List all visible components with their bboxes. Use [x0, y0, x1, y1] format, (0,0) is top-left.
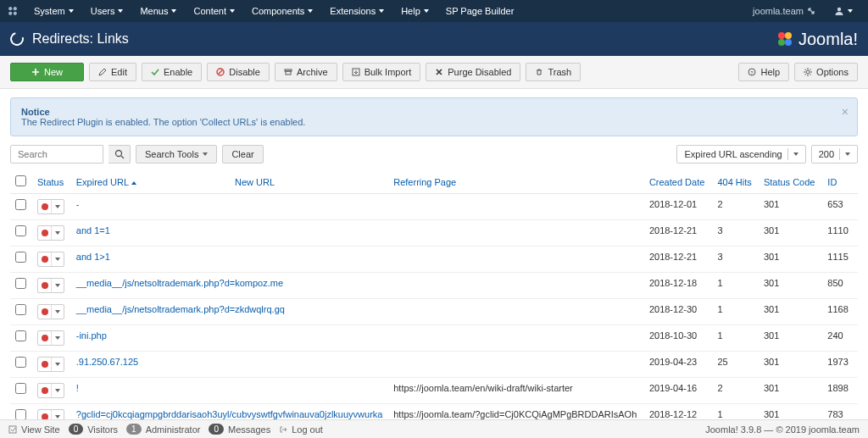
- row-checkbox[interactable]: [15, 225, 26, 236]
- row-checkbox[interactable]: [15, 357, 26, 368]
- status-code: 301: [759, 220, 822, 247]
- created-date: 2018-12-30: [644, 299, 713, 325]
- table-row: !https://joomla.team/en/wiki-draft/wiki-…: [10, 378, 858, 404]
- expired-url-link[interactable]: -ini.php: [76, 330, 383, 341]
- col-new-url[interactable]: New URL: [235, 177, 275, 187]
- status-dropdown[interactable]: [52, 358, 64, 371]
- row-checkbox[interactable]: [15, 304, 26, 315]
- disabled-icon: [38, 305, 52, 319]
- enable-button[interactable]: Enable: [142, 63, 202, 81]
- topnav-users[interactable]: Users: [82, 3, 132, 19]
- row-id: 1898: [822, 378, 858, 404]
- topnav-menus[interactable]: Menus: [131, 3, 185, 19]
- visitors-indicator[interactable]: 0 Visitors: [69, 424, 118, 435]
- page-title: Redirects: Links: [32, 31, 129, 47]
- search-tools-button[interactable]: Search Tools: [136, 145, 217, 164]
- topnav-sp-page-builder[interactable]: SP Page Builder: [437, 3, 523, 19]
- status-toggle[interactable]: [37, 199, 64, 214]
- pencil-icon: [98, 68, 107, 76]
- status-dropdown[interactable]: [52, 200, 64, 213]
- expired-url-link[interactable]: .91.250.67.125: [76, 357, 383, 367]
- status-dropdown[interactable]: [52, 226, 64, 240]
- admins-indicator[interactable]: 1 Administrator: [126, 424, 200, 435]
- status-dropdown[interactable]: [52, 279, 64, 292]
- topnav-components[interactable]: Components: [243, 3, 321, 19]
- hits-count: 2: [712, 378, 758, 404]
- status-toggle[interactable]: [37, 278, 64, 293]
- search-button[interactable]: [108, 145, 131, 164]
- user-menu[interactable]: [826, 3, 861, 19]
- topnav-extensions[interactable]: Extensions: [321, 3, 392, 19]
- site-name-link[interactable]: joomla.team: [744, 3, 824, 19]
- hits-count: 2: [712, 194, 758, 220]
- clear-button[interactable]: Clear: [222, 145, 263, 164]
- svg-point-15: [806, 70, 810, 74]
- notice-close-button[interactable]: ×: [842, 105, 849, 119]
- col-status-code[interactable]: Status Code: [764, 177, 815, 187]
- disabled-icon: [38, 279, 52, 292]
- svg-point-4: [837, 8, 841, 11]
- status-toggle[interactable]: [37, 304, 64, 319]
- row-checkbox[interactable]: [15, 252, 26, 263]
- new-button[interactable]: New: [10, 63, 84, 81]
- table-row: -2018-12-012301653: [10, 194, 858, 220]
- status-toggle[interactable]: [37, 383, 64, 398]
- row-checkbox[interactable]: [15, 199, 26, 210]
- status-dropdown[interactable]: [52, 384, 64, 397]
- table-row: and 1>12018-12-2133011115: [10, 247, 858, 273]
- topnav-help[interactable]: Help: [392, 3, 437, 19]
- search-input[interactable]: [10, 145, 103, 164]
- edit-button[interactable]: Edit: [89, 63, 136, 81]
- svg-point-3: [14, 12, 17, 15]
- row-checkbox[interactable]: [15, 278, 26, 289]
- expired-url-link[interactable]: __media__/js/netsoltrademark.php?d=zkdwq…: [76, 304, 383, 314]
- batch-import-button[interactable]: Bulk Import: [342, 63, 421, 81]
- status-dropdown[interactable]: [52, 305, 64, 319]
- row-checkbox[interactable]: [15, 383, 26, 394]
- status-code: 301: [759, 194, 822, 220]
- disabled-icon: [38, 226, 52, 240]
- col-status[interactable]: Status: [37, 177, 64, 187]
- status-code: 301: [759, 273, 822, 299]
- col-created-date[interactable]: Created Date: [649, 177, 704, 187]
- expired-url-link[interactable]: __media__/js/netsoltrademark.php?d=kompo…: [76, 278, 383, 288]
- expired-url-link[interactable]: -: [76, 199, 383, 209]
- close-icon: [435, 68, 443, 76]
- status-toggle[interactable]: [37, 225, 64, 241]
- col-referring-page[interactable]: Referring Page: [393, 177, 456, 187]
- disable-button[interactable]: Disable: [207, 63, 270, 81]
- col-expired-url[interactable]: Expired URL: [76, 177, 136, 187]
- expired-url-link[interactable]: !: [76, 383, 383, 393]
- col-id[interactable]: ID: [827, 177, 837, 187]
- limit-select[interactable]: 200: [811, 145, 858, 164]
- status-dropdown[interactable]: [52, 331, 64, 345]
- logout-icon: [279, 425, 287, 434]
- status-toggle[interactable]: [37, 330, 64, 346]
- status-toggle[interactable]: [37, 252, 64, 267]
- archive-button[interactable]: Archive: [275, 63, 337, 81]
- admin-topnav: System Users Menus Content Components Ex…: [0, 0, 868, 22]
- disabled-icon: [38, 200, 52, 213]
- row-checkbox[interactable]: [15, 330, 26, 341]
- view-site-link[interactable]: View Site: [8, 424, 60, 435]
- select-all-checkbox[interactable]: [15, 175, 26, 186]
- messages-indicator[interactable]: 0 Messages: [209, 424, 270, 435]
- expired-url-link[interactable]: and 1>1: [76, 252, 383, 262]
- help-button[interactable]: ? Help: [738, 63, 789, 81]
- status-toggle[interactable]: [37, 357, 64, 372]
- svg-point-0: [8, 7, 12, 10]
- filter-bar: Search Tools Clear Expired URL ascending…: [0, 145, 868, 170]
- disabled-icon: [38, 384, 52, 397]
- options-button[interactable]: Options: [794, 63, 858, 81]
- expired-url-link[interactable]: and 1=1: [76, 225, 383, 236]
- trash-button[interactable]: Trash: [526, 63, 581, 81]
- chevron-down-icon: [308, 9, 313, 13]
- col-404-hits[interactable]: 404 Hits: [717, 177, 751, 187]
- topnav-content[interactable]: Content: [185, 3, 243, 19]
- logout-link[interactable]: Log out: [279, 424, 323, 435]
- status-dropdown[interactable]: [52, 252, 64, 266]
- sort-select[interactable]: Expired URL ascending: [676, 145, 805, 164]
- created-date: 2019-04-23: [644, 352, 713, 378]
- topnav-system[interactable]: System: [25, 3, 82, 19]
- purge-disabled-button[interactable]: Purge Disabled: [426, 63, 520, 81]
